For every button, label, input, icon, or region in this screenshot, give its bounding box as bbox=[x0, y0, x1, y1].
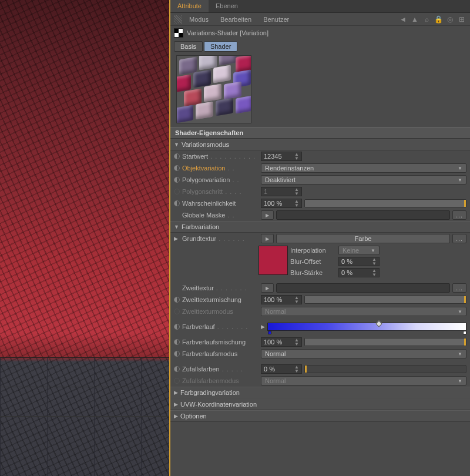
nav-back-icon[interactable]: ◄ bbox=[398, 15, 408, 24]
label-blur-offset: Blur-Offset bbox=[290, 258, 335, 265]
group-color-variation[interactable]: ▼Farbvariation bbox=[170, 221, 470, 233]
input-wahrscheinlichkeit[interactable]: 100 %▲▼ bbox=[261, 199, 302, 208]
new-tab-icon[interactable]: ⊞ bbox=[457, 15, 466, 24]
label-wahrscheinlichkeit: Wahrscheinlichkeit bbox=[182, 200, 258, 207]
nav-up-icon[interactable]: ▲ bbox=[410, 15, 419, 24]
object-name: Variations-Shader [Variation] bbox=[187, 29, 268, 36]
label-polygonschritt: Polygonschritt . . . . bbox=[182, 188, 258, 195]
input-startwert[interactable]: 12345▲▼ bbox=[261, 152, 302, 161]
input-polygonschritt: 1▲▼ bbox=[261, 187, 302, 196]
label-grundtextur: Grundtextur . . . . . . bbox=[182, 235, 258, 242]
label-zufallsfarben: Zufallsfarben . . . . . bbox=[182, 366, 258, 373]
drag-handle-icon[interactable] bbox=[174, 15, 182, 24]
tab-ebenen[interactable]: Ebenen bbox=[209, 0, 245, 12]
label-zufallsfarben-mode: Zufallsfarbenmodus bbox=[182, 377, 258, 384]
slider-wahrscheinlichkeit[interactable] bbox=[304, 199, 466, 207]
label-objektvariation: Objektvariation . . bbox=[182, 165, 258, 172]
disclosure-right-icon: ▶ bbox=[174, 401, 178, 407]
lock-icon[interactable]: 🔒 bbox=[434, 15, 443, 24]
color-swatch[interactable] bbox=[258, 246, 288, 275]
group-variation-mode[interactable]: ▼Variationsmodus bbox=[170, 139, 470, 150]
panel-tabs: Attribute Ebenen bbox=[170, 0, 470, 13]
dropdown-zufallsfarben-mode[interactable]: Normal▼ bbox=[261, 376, 466, 386]
group-options[interactable]: ▶Optionen bbox=[170, 410, 470, 422]
input-blur-staerke[interactable]: 0 %▲▼ bbox=[338, 268, 380, 277]
target-icon[interactable]: ◎ bbox=[445, 15, 455, 24]
texture2-arrow-button[interactable]: ▶ bbox=[261, 283, 274, 293]
mask-slot[interactable] bbox=[276, 210, 450, 220]
subtab-shader[interactable]: Shader bbox=[204, 41, 237, 52]
label-interpolation: Interpolation bbox=[290, 247, 335, 254]
menu-bearbeiten[interactable]: Bearbeiten bbox=[216, 16, 256, 23]
anim-dot[interactable] bbox=[174, 177, 180, 183]
dropdown-interpolation[interactable]: Keine▼ bbox=[338, 246, 380, 255]
anim-dot[interactable] bbox=[174, 324, 180, 330]
subtab-basis[interactable]: Basis bbox=[174, 41, 203, 52]
label-zweittextur-mode: Zweittexturmodus bbox=[182, 308, 258, 315]
label-polygonvariation: Polygonvariation . . bbox=[182, 176, 258, 183]
anim-dot[interactable] bbox=[174, 297, 180, 303]
search-icon[interactable]: ⌕ bbox=[422, 15, 431, 24]
slider-zufallsfarben[interactable] bbox=[304, 365, 466, 373]
slider-farbverlauf-mix[interactable] bbox=[304, 338, 466, 346]
mask-browse-button[interactable]: ... bbox=[452, 210, 466, 220]
anim-dot bbox=[174, 309, 180, 314]
panel-menubar: Modus Bearbeiten Benutzer ◄ ▲ ⌕ 🔒 ◎ ⊞ bbox=[170, 13, 470, 26]
label-startwert: Startwert . . . . . . . . . . bbox=[182, 153, 258, 160]
anim-dot[interactable] bbox=[174, 200, 180, 206]
subtabs: Basis Shader bbox=[170, 40, 470, 54]
label-zweittextur-mix: Zweittexturmischung bbox=[182, 296, 258, 303]
anim-dot[interactable] bbox=[174, 366, 180, 372]
dropdown-polygonvariation[interactable]: Deaktiviert▼ bbox=[261, 175, 466, 185]
disclosure-right-icon[interactable]: ▶ bbox=[261, 324, 265, 330]
3d-viewport[interactable] bbox=[0, 0, 170, 476]
label-blur-staerke: Blur-Stärke bbox=[290, 269, 335, 276]
anim-dot[interactable] bbox=[174, 165, 180, 171]
label-globale-maske: Globale Maske . . bbox=[182, 212, 258, 219]
group-grading[interactable]: ▶Farbgradingvariation bbox=[170, 387, 470, 398]
disclosure-right-icon: ▶ bbox=[174, 413, 178, 419]
label-zweittextur: Zweittextur . . . . . . . bbox=[182, 284, 258, 291]
label-farbverlauf: Farbverlauf . . . . . . . bbox=[182, 323, 258, 330]
slider-zweittextur-mix[interactable] bbox=[304, 296, 466, 304]
shader-icon bbox=[174, 28, 183, 38]
shader-preview[interactable] bbox=[176, 55, 251, 123]
dropdown-objektvariation[interactable]: Renderinstanzen▼ bbox=[261, 163, 466, 173]
group-uvw[interactable]: ▶UVW-Koordinatenvariation bbox=[170, 398, 470, 410]
input-farbverlauf-mix[interactable]: 100 %▲▼ bbox=[261, 337, 302, 347]
dropdown-farbverlauf-mode[interactable]: Normal▼ bbox=[261, 349, 466, 358]
anim-dot[interactable] bbox=[174, 153, 180, 159]
menu-modus[interactable]: Modus bbox=[184, 16, 213, 23]
anim-dot bbox=[174, 378, 180, 384]
disclosure-down-icon: ▼ bbox=[174, 224, 179, 230]
disclosure-right-icon: ▶ bbox=[174, 390, 178, 395]
input-zweittextur-mix[interactable]: 100 %▲▼ bbox=[261, 295, 302, 304]
anim-dot bbox=[174, 189, 180, 195]
anim-dot[interactable] bbox=[174, 339, 180, 345]
texture-arrow-button[interactable]: ▶ bbox=[261, 234, 274, 243]
disclosure-down-icon: ▼ bbox=[174, 142, 179, 148]
texture2-slot[interactable] bbox=[276, 283, 450, 293]
texture2-browse-button[interactable]: ... bbox=[452, 283, 466, 293]
label-farbverlauf-mix: Farbverlaufsmischung bbox=[182, 338, 258, 346]
tab-attribute[interactable]: Attribute bbox=[170, 0, 209, 12]
input-blur-offset[interactable]: 0 %▲▼ bbox=[338, 257, 380, 266]
texture-browse-button[interactable]: ... bbox=[452, 234, 466, 243]
mask-arrow-button[interactable]: ▶ bbox=[261, 210, 274, 220]
input-zufallsfarben[interactable]: 0 %▲▼ bbox=[261, 364, 302, 374]
dropdown-zweittextur-mode[interactable]: Normal▼ bbox=[261, 307, 466, 316]
attribute-panel: Attribute Ebenen Modus Bearbeiten Benutz… bbox=[170, 0, 470, 476]
disclosure-right-icon[interactable]: ▶ bbox=[174, 236, 180, 242]
section-shader-properties: Shader-Eigenschaften bbox=[170, 127, 470, 139]
anim-dot[interactable] bbox=[174, 351, 180, 357]
object-header: Variations-Shader [Variation] bbox=[170, 26, 470, 40]
farbe-button[interactable]: Farbe bbox=[276, 234, 450, 243]
menu-benutzer[interactable]: Benutzer bbox=[258, 16, 294, 23]
label-farbverlauf-mode: Farbverlaufsmodus bbox=[182, 350, 258, 357]
gradient-editor[interactable] bbox=[267, 323, 466, 331]
